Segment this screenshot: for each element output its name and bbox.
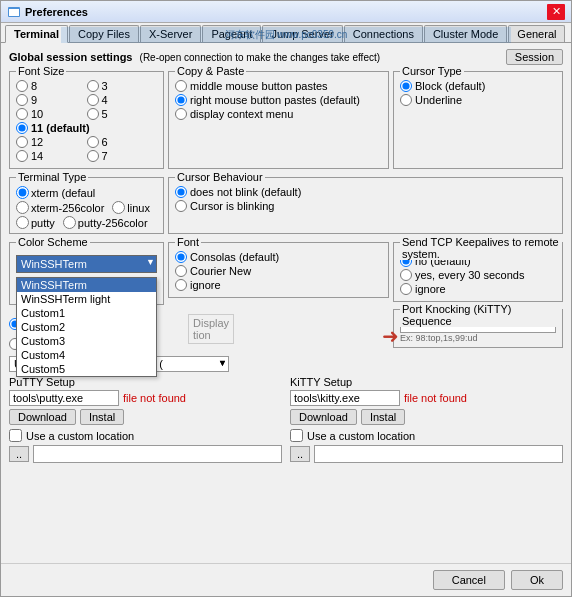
kitty-exe-input[interactable] xyxy=(290,390,400,406)
putty-exe-input[interactable] xyxy=(9,390,119,406)
font-size-12[interactable]: 12 xyxy=(16,136,87,148)
font-size-5[interactable]: 5 xyxy=(87,108,158,120)
font-ignore[interactable]: ignore xyxy=(175,279,382,291)
tcp-column: Send TCP Keepalives to remote system. no… xyxy=(393,242,563,352)
cs-option-custom5[interactable]: Custom5 xyxy=(17,362,156,376)
tt-putty256[interactable]: putty-256color xyxy=(63,216,148,229)
cs-option-winsshterm[interactable]: WinSSHTerm xyxy=(17,278,156,292)
tcp-30s[interactable]: yes, every 30 seconds xyxy=(400,269,556,281)
color-scheme-selected[interactable]: WinSSHTerm xyxy=(16,255,157,273)
cursor-type-group: Cursor Type Block (default) Underline xyxy=(393,71,563,169)
font-size-group: Font Size 8 3 9 4 10 5 11 (default) 12 6… xyxy=(9,71,164,169)
color-scheme-label: Color Scheme xyxy=(16,236,90,248)
font-size-4[interactable]: 4 xyxy=(87,94,158,106)
kitty-loc-row: .. xyxy=(290,445,563,463)
font-size-9[interactable]: 9 xyxy=(16,94,87,106)
color-scheme-list: WinSSHTerm WinSSHTerm light Custom1 Cust… xyxy=(16,277,157,377)
kitty-custom-location-row: Use a custom location xyxy=(290,429,563,442)
cursor-behaviour-label: Cursor Behaviour xyxy=(175,171,265,183)
putty-custom-location-check[interactable] xyxy=(9,429,22,442)
tcp-keepalives-group: Send TCP Keepalives to remote system. no… xyxy=(393,242,563,302)
title-bar: Preferences ✕ xyxy=(1,1,571,23)
font-size-3[interactable]: 3 xyxy=(87,80,158,92)
cursor-underline[interactable]: Underline xyxy=(400,94,556,106)
kitty-setup-title: KiTTY Setup xyxy=(290,376,563,388)
font-consolas[interactable]: Consolas (default) xyxy=(175,251,382,263)
putty-install-btn[interactable]: Instal xyxy=(80,409,124,425)
color-scheme-group: Color Scheme WinSSHTerm WinSSHTerm WinSS… xyxy=(9,242,164,305)
tab-general[interactable]: General xyxy=(508,25,565,42)
close-button[interactable]: ✕ xyxy=(547,4,565,20)
cb-noblink[interactable]: does not blink (default) xyxy=(175,186,556,198)
font-size-8[interactable]: 8 xyxy=(16,80,87,92)
font-courier[interactable]: Courier New xyxy=(175,265,382,277)
svg-rect-2 xyxy=(9,7,19,9)
kitty-custom-location-label: Use a custom location xyxy=(307,430,415,442)
putty-loc-input[interactable] xyxy=(33,445,282,463)
font-size-11[interactable]: 11 (default) xyxy=(16,122,157,134)
cp-right[interactable]: right mouse button pastes (default) xyxy=(175,94,382,106)
global-settings-label: Global session settings xyxy=(9,51,132,63)
font-size-10[interactable]: 10 xyxy=(16,108,87,120)
tab-connections[interactable]: Connections xyxy=(344,25,423,42)
tt-xterm256[interactable]: xterm-256color xyxy=(16,201,104,214)
cb-blink[interactable]: Cursor is blinking xyxy=(175,200,556,212)
tab-jump-server[interactable]: Jump Server xyxy=(262,25,342,42)
display-label: Display tion xyxy=(188,314,234,344)
putty-exe-row: file not found xyxy=(9,390,282,406)
font-size-14[interactable]: 14 xyxy=(16,150,87,162)
tcp-ignore[interactable]: ignore xyxy=(400,283,556,295)
tt-xterm[interactable]: xterm (defaul xyxy=(16,186,95,199)
tab-cluster-mode[interactable]: Cluster Mode xyxy=(424,25,507,42)
kitty-loc-input[interactable] xyxy=(314,445,563,463)
session-button[interactable]: Session xyxy=(506,49,563,65)
cursor-block[interactable]: Block (default) xyxy=(400,80,556,92)
kitty-setup: KiTTY Setup file not found Download Inst… xyxy=(290,376,563,463)
tt-linux[interactable]: linux xyxy=(112,201,150,214)
global-header: Global session settings (Re-open connect… xyxy=(9,49,563,65)
copy-paste-group: Copy & Paste middle mouse button pastes … xyxy=(168,71,389,169)
port-knocking-group: Port Knocking (KiTTY) Sequence Ex: 98:to… xyxy=(393,309,563,348)
tab-pageant[interactable]: Pageant xyxy=(202,25,261,42)
footer: Cancel Ok xyxy=(1,563,571,596)
font-size-6[interactable]: 6 xyxy=(87,136,158,148)
tab-terminal[interactable]: Terminal xyxy=(5,25,68,43)
kitty-file-not-found: file not found xyxy=(404,392,467,404)
cs-option-custom3[interactable]: Custom3 xyxy=(17,334,156,348)
cancel-button[interactable]: Cancel xyxy=(433,570,505,590)
tab-copy-files[interactable]: Copy Files xyxy=(69,25,139,42)
putty-file-not-found: file not found xyxy=(123,392,186,404)
putty-custom-location-row: Use a custom location xyxy=(9,429,282,442)
copy-paste-label: Copy & Paste xyxy=(175,65,246,77)
kitty-download-btn[interactable]: Download xyxy=(290,409,357,425)
cp-middle[interactable]: middle mouse button pastes xyxy=(175,80,382,92)
putty-download-btn[interactable]: Download xyxy=(9,409,76,425)
window-title: Preferences xyxy=(25,6,547,18)
cursor-type-label: Cursor Type xyxy=(400,65,464,77)
font-label: Font xyxy=(175,236,201,248)
font-size-7[interactable]: 7 xyxy=(87,150,158,162)
ok-button[interactable]: Ok xyxy=(511,570,563,590)
tt-putty[interactable]: putty xyxy=(16,216,55,229)
cs-option-custom2[interactable]: Custom2 xyxy=(17,320,156,334)
putty-setup-title: PuTTY Setup xyxy=(9,376,282,388)
kitty-custom-location-check[interactable] xyxy=(290,429,303,442)
terminal-type-group: Terminal Type xterm (defaul xterm-256col… xyxy=(9,177,164,234)
putty-loc-btn[interactable]: .. xyxy=(9,446,29,462)
font-group: Font Consolas (default) Courier New igno… xyxy=(168,242,389,298)
kitty-install-btn[interactable]: Instal xyxy=(361,409,405,425)
use-putty-arrow: ▼ xyxy=(218,358,227,368)
nav-tabs: Terminal Copy Files X-Server Pageant Jum… xyxy=(1,23,571,43)
global-header-note: (Re-open connection to make the changes … xyxy=(140,52,381,63)
window-icon xyxy=(7,5,21,19)
setup-grid: PuTTY Setup file not found Download Inst… xyxy=(9,376,563,463)
font-display-area: Font Consolas (default) Courier New igno… xyxy=(168,242,389,352)
tab-x-server[interactable]: X-Server xyxy=(140,25,201,42)
cs-option-custom1[interactable]: Custom1 xyxy=(17,306,156,320)
font-size-label: Font Size xyxy=(16,65,66,77)
cs-option-custom4[interactable]: Custom4 xyxy=(17,348,156,362)
cs-option-winsshterm-light[interactable]: WinSSHTerm light xyxy=(17,292,156,306)
cp-context[interactable]: display context menu xyxy=(175,108,382,120)
kitty-loc-btn[interactable]: .. xyxy=(290,446,310,462)
putty-setup: PuTTY Setup file not found Download Inst… xyxy=(9,376,282,463)
